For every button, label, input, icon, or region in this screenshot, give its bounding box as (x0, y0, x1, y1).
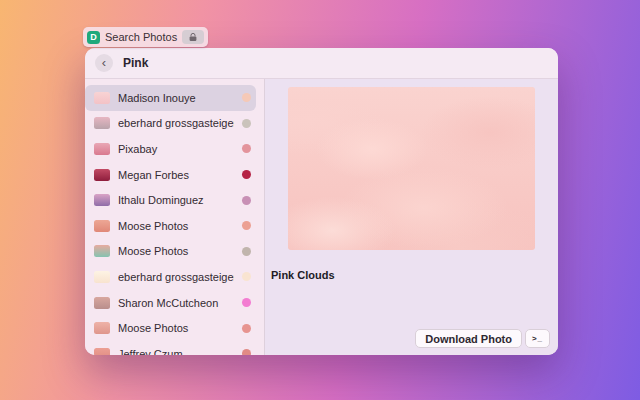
photo-thumbnail (94, 220, 110, 232)
photo-thumbnail (94, 271, 110, 283)
photographer-list[interactable]: Madison Inouye eberhard grossgasteiger P… (85, 79, 265, 355)
photographer-row[interactable]: Moose Photos (85, 239, 256, 265)
photographer-name: Madison Inouye (118, 92, 234, 104)
badge-label: Search Photos (105, 31, 177, 43)
photographer-row[interactable]: Moose Photos (85, 315, 256, 341)
photographer-row[interactable]: Megan Forbes (85, 162, 256, 188)
photo-thumbnail (94, 245, 110, 257)
photographer-name: Pixabay (118, 143, 234, 155)
search-photos-badge[interactable]: D Search Photos (83, 27, 208, 47)
color-dot (242, 144, 251, 153)
color-dot (242, 272, 251, 281)
photographer-row[interactable]: Madison Inouye (85, 85, 256, 111)
photographer-row[interactable]: Moose Photos (85, 213, 256, 239)
color-dot (242, 324, 251, 333)
app-icon: D (87, 31, 100, 44)
window-header: ‹ Pink (85, 48, 558, 79)
photo-thumbnail (94, 194, 110, 206)
photographer-row[interactable]: eberhard grossgasteiger (85, 264, 256, 290)
photographer-name: Moose Photos (118, 220, 234, 232)
photographer-name: Ithalu Dominguez (118, 194, 234, 206)
action-bar: Download Photo >_ (415, 329, 550, 348)
color-dot (242, 93, 251, 102)
photographer-row[interactable]: Jeffrey Czum (85, 341, 256, 355)
photo-thumbnail (94, 322, 110, 334)
color-dot (242, 247, 251, 256)
photo-thumbnail (94, 348, 110, 355)
photographer-name: Megan Forbes (118, 169, 234, 181)
photographer-name: eberhard grossgasteiger (118, 117, 234, 129)
photo-title: Pink Clouds (271, 269, 335, 281)
lock-chip[interactable] (182, 30, 204, 44)
color-dot (242, 119, 251, 128)
photo-thumbnail (94, 143, 110, 155)
photographer-row[interactable]: Ithalu Dominguez (85, 187, 256, 213)
photographer-name: Moose Photos (118, 245, 234, 257)
photo-pink-clouds (288, 87, 535, 250)
color-dot (242, 170, 251, 179)
photographer-name: Jeffrey Czum (118, 348, 234, 355)
color-dot (242, 196, 251, 205)
terminal-button[interactable]: >_ (525, 329, 550, 348)
photo-thumbnail (94, 92, 110, 104)
photo-thumbnail (94, 297, 110, 309)
page-title: Pink (123, 56, 148, 70)
photographer-name: Sharon McCutcheon (118, 297, 234, 309)
photographer-row[interactable]: eberhard grossgasteiger (85, 111, 256, 137)
photos-window: ‹ Pink Madison Inouye eberhard grossgast… (85, 48, 558, 355)
terminal-prompt-icon: >_ (532, 334, 543, 343)
download-photo-button[interactable]: Download Photo (415, 329, 522, 348)
photographer-name: Moose Photos (118, 322, 234, 334)
photographer-row[interactable]: Sharon McCutcheon (85, 290, 256, 316)
photographer-row[interactable]: Pixabay (85, 136, 256, 162)
back-button[interactable]: ‹ (95, 54, 113, 72)
photographer-name: eberhard grossgasteiger (118, 271, 234, 283)
photo-thumbnail (94, 117, 110, 129)
photo-thumbnail (94, 169, 110, 181)
color-dot (242, 221, 251, 230)
color-dot (242, 298, 251, 307)
color-dot (242, 349, 251, 355)
window-body: Madison Inouye eberhard grossgasteiger P… (85, 79, 558, 355)
lock-icon (188, 28, 198, 46)
detail-pane: Pink Clouds Download Photo >_ (265, 79, 558, 355)
